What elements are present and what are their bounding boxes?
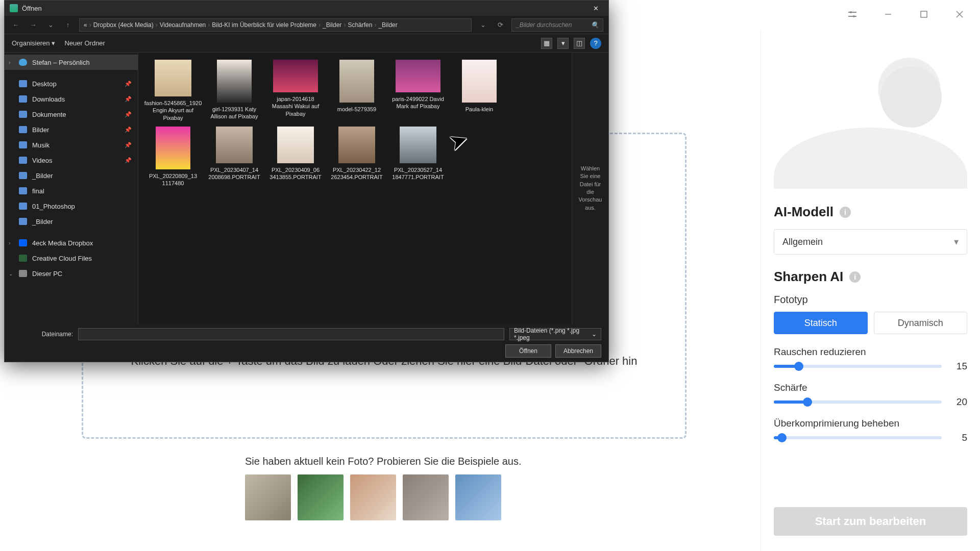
phototype-label: Fototyp bbox=[774, 294, 967, 306]
breadcrumb[interactable]: «›Dropbox (4eck Media)›Videoaufnahmen›Bi… bbox=[79, 18, 472, 32]
breadcrumb-item[interactable]: Dropbox (4eck Media) bbox=[93, 21, 154, 29]
dialog-close-icon[interactable]: ✕ bbox=[588, 5, 603, 12]
slider-sharp-label: Schärfe bbox=[774, 382, 967, 393]
cancel-button[interactable]: Abbrechen bbox=[555, 344, 601, 358]
breadcrumb-item[interactable]: Schärfen bbox=[348, 21, 372, 29]
chevron-down-icon: ⌄ bbox=[592, 331, 597, 338]
svg-point-0 bbox=[850, 11, 852, 13]
maximize-icon[interactable] bbox=[914, 4, 934, 24]
dialog-title: Öffnen bbox=[22, 5, 42, 12]
nav-forward-icon[interactable]: → bbox=[27, 19, 39, 31]
filetype-select[interactable]: Bild-Dateien (*.png *.jpg *.jpeg ⌄ bbox=[509, 328, 601, 340]
help-icon[interactable]: ? bbox=[590, 38, 601, 49]
sample-thumb[interactable] bbox=[455, 474, 501, 520]
sample-thumb[interactable] bbox=[403, 474, 449, 520]
tree-item[interactable]: Bilder📌 bbox=[5, 122, 138, 137]
slider-noise: Rauschen reduzieren 15 bbox=[774, 346, 967, 372]
sharpen-title: Sharpen AI i bbox=[774, 269, 967, 285]
search-input[interactable]: _Bilder durchsuchen 🔍 bbox=[511, 18, 603, 32]
minimize-icon[interactable] bbox=[878, 4, 898, 24]
dialog-nav: ← → ⌄ ↑ «›Dropbox (4eck Media)›Videoaufn… bbox=[5, 16, 608, 34]
tree-item[interactable]: ›Stefan – Persönlich bbox=[5, 55, 138, 70]
tree-item[interactable]: final bbox=[5, 183, 138, 198]
slider-comp-track[interactable] bbox=[774, 436, 942, 439]
breadcrumb-item[interactable]: Bild-KI im Überblick für viele Probleme bbox=[212, 21, 316, 29]
dialog-toolbar: Organisieren ▾ Neuer Ordner ▦ ▾ ◫ ? bbox=[5, 34, 608, 53]
slider-sharp-value: 20 bbox=[949, 396, 967, 408]
samples-label: Sie haben aktuell kein Foto? Probieren S… bbox=[245, 456, 521, 467]
nav-up-icon[interactable]: ↑ bbox=[62, 19, 74, 31]
nav-back-icon[interactable]: ← bbox=[10, 19, 22, 31]
breadcrumb-item[interactable]: _Bilder bbox=[323, 21, 341, 29]
filename-label: Dateiname: bbox=[12, 331, 73, 338]
slider-sharp-track[interactable] bbox=[774, 400, 942, 404]
view-mode-icon[interactable]: ▦ bbox=[541, 38, 552, 49]
tree-item[interactable]: Creative Cloud Files bbox=[5, 251, 138, 266]
file-item[interactable]: PXL_20230422_12 2623454.PORTRAIT bbox=[327, 127, 386, 187]
organize-menu[interactable]: Organisieren ▾ bbox=[12, 39, 55, 47]
seg-static[interactable]: Statisch bbox=[774, 312, 868, 334]
nav-recent-icon[interactable]: ⌄ bbox=[44, 19, 57, 31]
info-icon[interactable]: i bbox=[840, 207, 851, 218]
file-item[interactable]: girl-1293931 Katy Allison auf Pixabay bbox=[205, 60, 264, 121]
dialog-app-icon bbox=[10, 4, 18, 12]
tree-item[interactable]: _Bilder bbox=[5, 168, 138, 183]
file-item[interactable]: paris-2499022 David Mark auf Pixabay bbox=[388, 60, 448, 121]
model-select[interactable]: Allgemein ▾ bbox=[774, 229, 967, 255]
search-placeholder: _Bilder durchsuchen bbox=[516, 21, 572, 29]
settings-sidebar: AI-Modell i Allgemein ▾ Sharpen AI i Fot… bbox=[761, 31, 980, 551]
info-icon[interactable]: i bbox=[849, 271, 861, 283]
settings-icon[interactable] bbox=[842, 4, 863, 24]
file-item[interactable]: Paula-klein bbox=[450, 60, 509, 121]
new-folder-button[interactable]: Neuer Ordner bbox=[64, 39, 105, 47]
tree-item[interactable]: _Bilder bbox=[5, 214, 138, 229]
tree-item[interactable]: 01_Photoshop bbox=[5, 198, 138, 214]
slider-noise-track[interactable] bbox=[774, 365, 942, 368]
sample-thumb[interactable] bbox=[245, 474, 291, 520]
file-area: fashion-5245865_1920 Engin Akyurt auf Pi… bbox=[138, 53, 608, 324]
tree-item[interactable]: Dokumente📌 bbox=[5, 107, 138, 122]
file-item[interactable]: PXL_20220809_13 1117480 bbox=[143, 127, 203, 187]
tree-item[interactable]: Downloads📌 bbox=[5, 91, 138, 107]
nav-dropdown-icon[interactable]: ⌄ bbox=[477, 19, 489, 31]
breadcrumb-item[interactable]: _Bilder bbox=[378, 21, 397, 29]
close-icon[interactable] bbox=[949, 4, 970, 24]
tree-item[interactable]: Desktop📌 bbox=[5, 76, 138, 91]
sharpen-title-text: Sharpen AI bbox=[774, 269, 843, 285]
start-button[interactable]: Start zum bearbeiten bbox=[774, 507, 967, 536]
sample-thumb[interactable] bbox=[350, 474, 396, 520]
file-item[interactable]: PXL_20230527_14 1847771.PORTRAIT bbox=[388, 127, 448, 187]
tree-item[interactable]: ›4eck Media Dropbox bbox=[5, 235, 138, 251]
file-item[interactable]: japan-2014618 Masashi Wakui auf Pixabay bbox=[266, 60, 325, 121]
breadcrumb-item[interactable]: « bbox=[84, 21, 87, 29]
open-button[interactable]: Öffnen bbox=[505, 344, 551, 358]
file-item[interactable]: PXL_20230407_14 2008698.PORTRAIT bbox=[205, 127, 264, 187]
tree-item[interactable]: Musik📌 bbox=[5, 137, 138, 153]
slider-noise-label: Rauschen reduzieren bbox=[774, 346, 967, 358]
preview-placeholder bbox=[774, 46, 967, 189]
sample-thumbs bbox=[245, 474, 501, 520]
sample-thumb[interactable] bbox=[298, 474, 344, 520]
file-item[interactable]: fashion-5245865_1920 Engin Akyurt auf Pi… bbox=[143, 60, 203, 121]
preview-pane-icon[interactable]: ◫ bbox=[574, 38, 585, 49]
svg-point-1 bbox=[853, 15, 855, 17]
file-item[interactable]: model-5279359 bbox=[327, 60, 386, 121]
ai-model-title-text: AI-Modell bbox=[774, 204, 834, 220]
breadcrumb-item[interactable]: Videoaufnahmen bbox=[160, 21, 206, 29]
phototype-segment: Statisch Dynamisch bbox=[774, 312, 967, 334]
ai-model-title: AI-Modell i bbox=[774, 204, 967, 220]
chevron-down-icon: ▾ bbox=[954, 236, 959, 247]
model-select-value: Allgemein bbox=[782, 237, 823, 247]
view-dropdown-icon[interactable]: ▾ bbox=[557, 38, 569, 49]
file-item[interactable]: PXL_20230409_06 3413855.PORTRAIT bbox=[266, 127, 325, 187]
tree-item[interactable]: ⌄Dieser PC bbox=[5, 266, 138, 281]
seg-dynamic[interactable]: Dynamisch bbox=[874, 312, 968, 334]
tree-item[interactable]: Videos📌 bbox=[5, 153, 138, 168]
preview-hint: Wählen Sie eine Datei für die Vorschau a… bbox=[576, 165, 604, 212]
filename-input[interactable] bbox=[78, 328, 504, 340]
folder-tree[interactable]: ›Stefan – PersönlichDesktop📌Downloads📌Do… bbox=[5, 53, 138, 324]
file-grid[interactable]: fashion-5245865_1920 Engin Akyurt auf Pi… bbox=[138, 53, 572, 324]
slider-comp-value: 5 bbox=[949, 432, 967, 443]
slider-comp-label: Überkomprimierung beheben bbox=[774, 418, 967, 429]
nav-refresh-icon[interactable]: ⟳ bbox=[494, 19, 506, 31]
